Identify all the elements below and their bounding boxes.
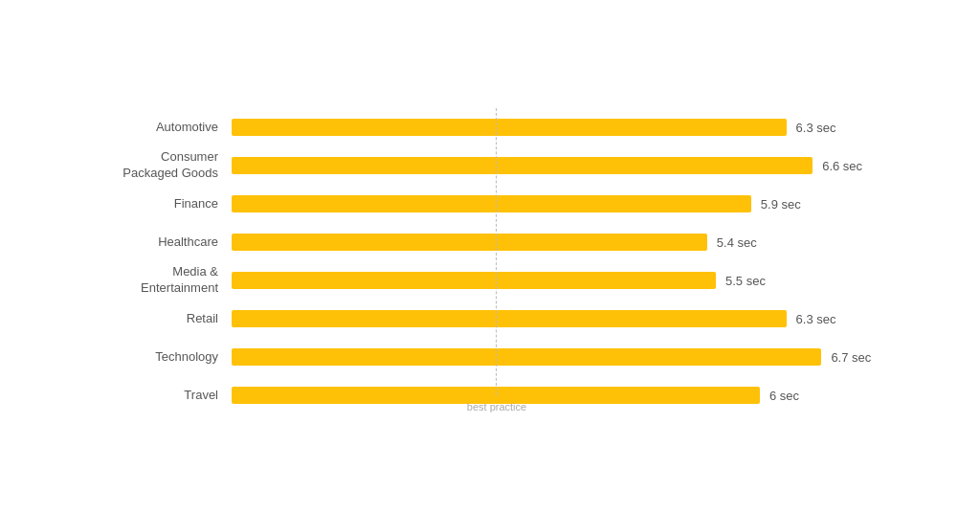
bar-track: 6.3 sec — [232, 119, 892, 136]
bar-row: Travel 6 sec — [88, 376, 892, 414]
bar-track: 5.4 sec — [232, 234, 892, 251]
bar-track: 6 sec — [232, 387, 892, 404]
bar-label: Media &Entertainment — [88, 264, 232, 297]
bar-fill — [232, 310, 787, 327]
bar-value: 6.6 sec — [822, 159, 862, 173]
bar-track: 6.3 sec — [232, 310, 892, 327]
bar-value: 6.7 sec — [831, 350, 871, 365]
chart-container: Automotive 6.3 sec ConsumerPackaged Good… — [50, 60, 930, 453]
bar-label: Automotive — [88, 120, 232, 136]
bar-fill — [232, 272, 716, 289]
bar-fill — [232, 387, 760, 404]
bar-label: Technology — [88, 349, 232, 366]
bar-row: Media &Entertainment 5.5 sec — [88, 261, 892, 300]
bar-value: 5.9 sec — [761, 197, 801, 212]
bar-row: Automotive 6.3 sec — [88, 108, 892, 146]
bar-value: 6.3 sec — [796, 312, 836, 326]
bar-row: Finance 5.9 sec — [88, 185, 892, 223]
bar-fill — [232, 195, 751, 212]
bar-label: ConsumerPackaged Goods — [88, 149, 232, 182]
bar-label: Retail — [88, 311, 232, 327]
bar-track: 5.9 sec — [232, 195, 892, 212]
bar-label: Finance — [88, 196, 232, 212]
bar-track: 6.6 sec — [232, 157, 892, 174]
bar-fill — [232, 157, 813, 174]
bar-row: ConsumerPackaged Goods 6.6 sec — [88, 146, 892, 185]
bar-fill — [232, 234, 707, 251]
bar-value: 6.3 sec — [796, 121, 836, 135]
bar-value: 6 sec — [769, 389, 799, 403]
bar-track: 6.7 sec — [232, 348, 892, 366]
bar-row: Technology 6.7 sec — [88, 338, 892, 376]
bars-area: Automotive 6.3 sec ConsumerPackaged Good… — [88, 108, 892, 414]
bar-fill — [232, 119, 787, 136]
bar-fill — [232, 348, 821, 366]
bar-label: Travel — [88, 388, 232, 404]
bar-value: 5.5 sec — [725, 274, 766, 288]
bar-row: Retail 6.3 sec — [88, 300, 892, 338]
bar-value: 5.4 sec — [717, 235, 757, 250]
bar-row: Healthcare 5.4 sec — [88, 223, 892, 261]
bar-label: Healthcare — [88, 234, 232, 251]
bar-track: 5.5 sec — [232, 272, 892, 289]
